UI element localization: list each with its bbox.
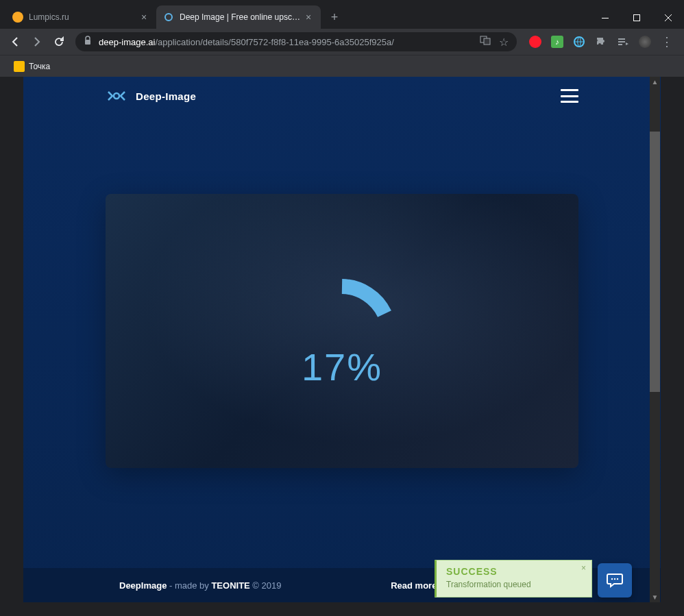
extensions: ♪ ⋮: [524, 36, 679, 48]
back-button[interactable]: [5, 32, 25, 51]
tab-deepimage[interactable]: Deep Image | Free online upscale ×: [156, 5, 321, 29]
translate-icon[interactable]: [480, 35, 491, 49]
scroll-down-icon[interactable]: ▼: [650, 592, 660, 602]
logo-icon: [106, 89, 127, 103]
scroll-thumb[interactable]: [650, 132, 660, 392]
toast-title: SUCCESS: [446, 566, 582, 577]
maximize-button[interactable]: [621, 7, 652, 29]
progress-percent: 17%: [280, 345, 404, 389]
browser-toolbar: deep-image.ai/application/details/580f75…: [0, 29, 684, 55]
svg-rect-2: [634, 15, 640, 21]
close-icon[interactable]: ×: [138, 12, 149, 23]
favicon-lumpics: [12, 12, 23, 23]
main-content: 17%: [23, 115, 661, 468]
progress-arc-icon: [280, 273, 404, 334]
progress-indicator: 17%: [280, 273, 404, 389]
svg-point-10: [617, 578, 618, 580]
opera-icon[interactable]: [529, 36, 541, 48]
svg-rect-3: [85, 40, 90, 45]
image-processing-card: 17%: [106, 194, 578, 468]
globe-icon[interactable]: [573, 36, 585, 48]
svg-point-7: [114, 93, 119, 99]
svg-rect-1: [602, 18, 609, 19]
avatar[interactable]: [639, 36, 651, 48]
close-window-button[interactable]: [652, 7, 684, 29]
music-icon[interactable]: ♪: [551, 36, 563, 48]
window-titlebar: Lumpics.ru × Deep Image | Free online up…: [0, 0, 684, 29]
bookmark-tochka[interactable]: Точка: [8, 58, 56, 75]
logo-text: Deep-Image: [136, 90, 196, 102]
scroll-up-icon[interactable]: ▲: [650, 77, 660, 87]
chat-button[interactable]: [598, 563, 632, 597]
new-tab-button[interactable]: +: [325, 8, 344, 27]
lock-icon: [84, 36, 92, 48]
favicon-deepimage: [163, 12, 174, 23]
toast-message: Transformation queued: [446, 580, 582, 589]
reload-button[interactable]: [49, 32, 69, 51]
star-icon[interactable]: ☆: [499, 36, 509, 49]
chat-icon: [606, 571, 624, 589]
svg-point-8: [611, 578, 613, 580]
svg-point-0: [165, 14, 172, 21]
menu-icon[interactable]: ⋮: [661, 36, 673, 48]
puzzle-icon[interactable]: [595, 36, 607, 48]
page-viewport: Deep-Image 17% DeepImage - made by TEONI…: [23, 77, 661, 602]
bookmark-label: Точка: [29, 62, 50, 71]
close-icon[interactable]: ×: [581, 563, 586, 573]
tab-strip: Lumpics.ru × Deep Image | Free online up…: [5, 5, 589, 29]
media-icon[interactable]: [617, 36, 629, 48]
site-header: Deep-Image: [23, 77, 661, 115]
tab-title: Lumpics.ru: [29, 12, 136, 22]
minimize-button[interactable]: [589, 7, 621, 29]
bookmarks-bar: Точка: [0, 55, 684, 77]
folder-icon: [14, 61, 25, 72]
tab-title: Deep Image | Free online upscale: [180, 12, 300, 22]
page-content: Deep-Image 17% DeepImage - made by TEONI…: [23, 77, 661, 602]
tab-lumpics[interactable]: Lumpics.ru ×: [5, 5, 156, 29]
footer-credits: DeepImage - made by TEONITE © 2019: [119, 580, 281, 591]
url-text: deep-image.ai/application/details/580f75…: [99, 37, 480, 47]
svg-rect-5: [484, 38, 490, 45]
success-toast: × SUCCESS Transformation queued: [435, 560, 592, 597]
svg-point-9: [614, 578, 615, 580]
forward-button[interactable]: [27, 32, 47, 51]
logo[interactable]: Deep-Image: [106, 89, 196, 103]
window-controls: [589, 7, 684, 29]
close-icon[interactable]: ×: [303, 12, 314, 23]
address-bar[interactable]: deep-image.ai/application/details/580f75…: [75, 32, 517, 51]
hamburger-menu[interactable]: [561, 89, 578, 103]
scrollbar[interactable]: ▲ ▼: [650, 77, 660, 602]
